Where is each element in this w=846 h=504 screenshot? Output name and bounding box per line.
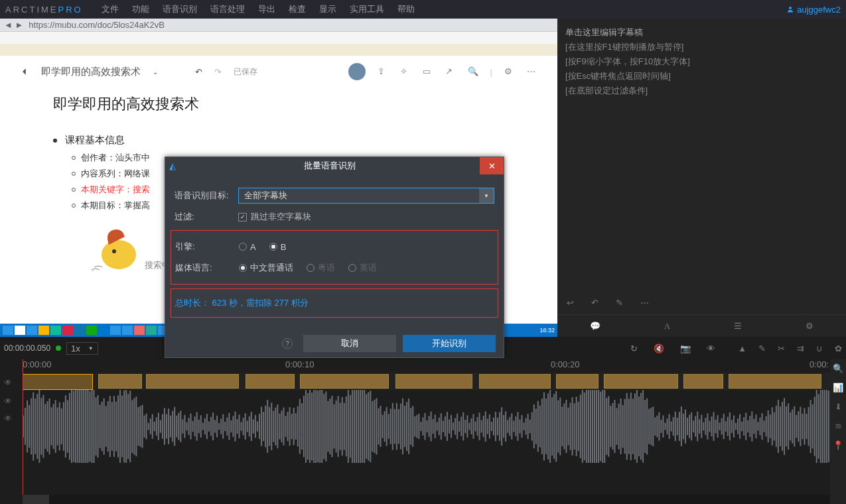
menu-export[interactable]: 导出 [258, 3, 275, 15]
clip[interactable] [23, 374, 93, 390]
svg-point-0 [789, 7, 792, 9]
skip-nonempty-checkbox[interactable]: ✓ [238, 213, 247, 221]
svg-rect-230 [481, 420, 482, 433]
pin-icon[interactable]: 📍 [833, 440, 843, 450]
link-icon[interactable]: ⇉ [797, 344, 804, 353]
cut-icon[interactable]: ✂ [778, 344, 785, 353]
svg-rect-93 [204, 418, 206, 434]
zoom-in-icon[interactable]: 🔍 [833, 363, 843, 373]
timeline[interactable]: ＋ 👁 👁 👁 0:00:00 0:00:10 0:00:20 0:00: [0, 359, 846, 504]
svg-rect-163 [346, 397, 347, 457]
embedded-browser-chrome: ◄ ►https://mubu.com/doc/5los24aK2vB [0, 19, 557, 56]
pencil-icon[interactable]: ✎ [616, 296, 623, 310]
lang-english-radio[interactable]: 英语 [348, 262, 377, 274]
waveform[interactable] [23, 390, 830, 463]
clip[interactable] [604, 374, 678, 389]
sliders-icon[interactable]: ⚙ [806, 319, 813, 334]
undo-icon[interactable]: ↶ [195, 67, 202, 77]
clip[interactable] [479, 374, 551, 389]
svg-rect-226 [472, 414, 474, 438]
clip[interactable] [683, 374, 723, 389]
mute-icon[interactable]: 🔇 [654, 344, 664, 353]
svg-rect-126 [271, 403, 272, 450]
edit-icon[interactable]: ✎ [758, 344, 766, 353]
lang-mandarin-radio[interactable]: 中文普通话 [239, 262, 293, 274]
share-icon[interactable]: ⇪ [378, 66, 388, 77]
clip[interactable] [729, 374, 821, 389]
subtitle-track[interactable] [23, 373, 830, 390]
svg-rect-59 [135, 397, 137, 456]
visible-icon[interactable]: 👁 [707, 344, 715, 353]
lang-cantonese-radio[interactable]: 粤语 [307, 262, 335, 274]
chat-icon[interactable]: 💬 [590, 319, 600, 334]
playhead[interactable] [23, 359, 23, 504]
help-icon[interactable]: ? [282, 338, 293, 349]
playback-rate[interactable]: 1x▼ [66, 342, 98, 355]
eye-icon[interactable]: 👁 [4, 397, 15, 407]
down-icon[interactable]: ⬇ [835, 402, 842, 412]
search-icon[interactable]: 🔍 [468, 66, 478, 77]
undo-icon[interactable]: ↶ [591, 296, 599, 310]
svg-rect-384 [792, 409, 793, 443]
more-icon[interactable]: ⋯ [527, 66, 537, 77]
clip[interactable] [556, 374, 599, 389]
open-icon[interactable]: ↗ [445, 66, 456, 77]
start-button[interactable]: 开始识别 [403, 335, 496, 352]
menu-function[interactable]: 功能 [132, 3, 149, 15]
scroll-thumb[interactable] [23, 495, 49, 504]
list-icon[interactable]: ☰ [734, 319, 742, 334]
target-select[interactable]: 全部字幕块▼ [238, 188, 494, 204]
magnet-icon[interactable]: ∪ [816, 344, 823, 353]
svg-rect-379 [782, 402, 783, 451]
clip[interactable] [300, 374, 389, 389]
subtitle-panel[interactable]: 单击这里编辑字幕稿 [在这里按F1键控制播放与暂停] [按F9缩小字体，按F10… [557, 19, 846, 337]
eye-icon[interactable]: 👁 [4, 414, 15, 424]
doc-section: 课程基本信息 [53, 134, 504, 147]
net-icon[interactable]: ✧ [400, 66, 411, 77]
clip[interactable] [395, 374, 472, 389]
engine-a-radio[interactable]: A [239, 242, 256, 252]
menu-lang[interactable]: 语言处理 [210, 3, 245, 15]
svg-rect-328 [679, 412, 680, 441]
engine-b-radio[interactable]: B [269, 242, 287, 252]
avatar[interactable] [348, 63, 366, 80]
menu-help[interactable]: 帮助 [397, 3, 415, 15]
svg-rect-11 [38, 390, 40, 463]
svg-rect-23 [63, 402, 64, 450]
font-icon[interactable]: A [664, 319, 670, 334]
clip[interactable] [98, 374, 142, 389]
chart-icon[interactable]: 📊 [833, 383, 843, 393]
loop-icon[interactable]: ↻ [630, 344, 638, 353]
pointer-icon[interactable]: ▲ [738, 344, 746, 353]
more-icon[interactable]: ⋯ [640, 296, 649, 310]
tip-line: [在底部设定过滤条件] [565, 84, 838, 98]
svg-rect-387 [798, 411, 799, 442]
snapshot-icon[interactable]: 📷 [680, 344, 691, 353]
menu-tools[interactable]: 实用工具 [350, 3, 384, 15]
clip[interactable] [246, 374, 295, 389]
close-icon[interactable]: ✕ [480, 157, 504, 174]
gear-icon[interactable]: ⚙ [504, 66, 515, 77]
menu-asr[interactable]: 语音识别 [163, 3, 197, 15]
layers-icon[interactable]: ≋ [835, 421, 842, 431]
reply-icon[interactable]: ↩ [567, 296, 574, 310]
clip[interactable] [146, 374, 239, 389]
svg-rect-333 [689, 414, 690, 438]
tip-line: 单击这里编辑字幕稿 [565, 25, 838, 40]
eye-icon[interactable]: 👁 [4, 378, 15, 389]
svg-rect-158 [336, 401, 337, 452]
settings-icon[interactable]: ✿ [835, 344, 842, 353]
time-ruler[interactable]: 0:00:00 0:00:10 0:00:20 0:00: [0, 359, 846, 373]
svg-rect-16 [49, 399, 50, 454]
menu-file[interactable]: 文件 [102, 3, 119, 15]
cancel-button[interactable]: 取消 [303, 335, 396, 352]
redo-icon[interactable]: ↷ [214, 67, 222, 77]
present-icon[interactable]: ▭ [423, 66, 433, 77]
svg-rect-221 [462, 412, 464, 441]
menu-check[interactable]: 检查 [289, 3, 306, 15]
timeline-scroll[interactable] [23, 495, 830, 504]
svg-rect-270 [561, 407, 563, 446]
back-icon[interactable] [20, 67, 29, 76]
user-account[interactable]: aujggefwc2 [786, 5, 841, 15]
menu-display[interactable]: 显示 [319, 3, 336, 15]
